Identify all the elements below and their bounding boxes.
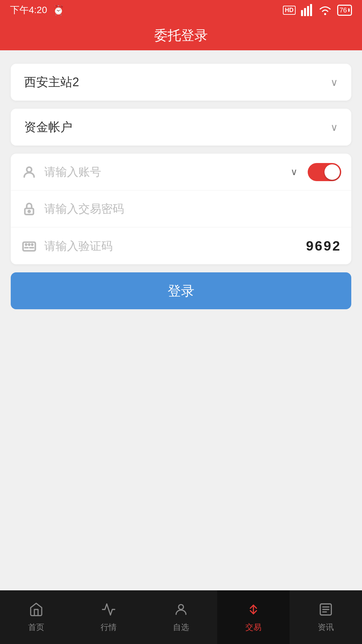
wifi-icon <box>318 4 332 16</box>
captcha-code-display: 9692 <box>306 238 341 254</box>
watchlist-icon <box>174 602 188 619</box>
main-content: 西安主站2 ∨ 资金帐户 ∨ ∨ <box>0 50 362 590</box>
account-dropdown-icon: ∨ <box>291 166 298 177</box>
svg-rect-1 <box>304 8 306 16</box>
battery-icon: 76 <box>337 5 352 16</box>
nav-item-watchlist[interactable]: 自选 <box>145 590 217 644</box>
svg-point-7 <box>28 210 30 212</box>
nav-item-home[interactable]: 首页 <box>0 590 72 644</box>
status-time: 下午4:20 <box>10 4 47 16</box>
nav-label-news: 资讯 <box>318 622 334 633</box>
svg-point-10 <box>28 244 30 246</box>
home-icon <box>29 602 44 619</box>
account-type-dropdown[interactable]: 资金帐户 ∨ <box>11 109 351 146</box>
status-left: 下午4:20 ⏰ <box>10 4 64 16</box>
captcha-icon <box>21 238 38 253</box>
account-icon <box>21 165 38 179</box>
svg-point-4 <box>324 13 326 15</box>
toggle-container <box>308 163 341 181</box>
captcha-input[interactable] <box>44 239 299 253</box>
login-button[interactable]: 登录 <box>11 272 351 309</box>
status-right: HD 76 <box>283 4 352 16</box>
login-button-label: 登录 <box>168 282 194 300</box>
page-title: 委托登录 <box>154 26 208 45</box>
news-icon <box>318 602 333 619</box>
server-dropdown[interactable]: 西安主站2 ∨ <box>11 64 351 101</box>
svg-point-11 <box>32 244 33 246</box>
market-icon <box>101 602 116 619</box>
toggle-knob <box>324 164 340 180</box>
trade-icon <box>246 602 261 619</box>
nav-item-market[interactable]: 行情 <box>72 590 145 644</box>
captcha-row: 9692 <box>11 227 351 264</box>
nav-label-home: 首页 <box>28 622 44 633</box>
hd-badge: HD <box>283 6 296 15</box>
nav-label-watchlist: 自选 <box>173 622 189 633</box>
account-input[interactable] <box>44 165 284 178</box>
status-bar: 下午4:20 ⏰ HD 76 <box>0 0 362 20</box>
nav-item-news[interactable]: 资讯 <box>290 590 362 644</box>
remember-toggle[interactable] <box>308 163 341 181</box>
svg-rect-3 <box>310 4 312 16</box>
account-type-chevron-icon: ∨ <box>330 121 338 133</box>
password-input[interactable] <box>44 202 341 215</box>
battery-level: 76 <box>340 6 347 14</box>
account-row: ∨ <box>11 154 351 191</box>
page-header: 委托登录 <box>0 20 362 50</box>
server-dropdown-label: 西安主站2 <box>24 74 79 91</box>
svg-point-9 <box>25 244 27 246</box>
password-icon <box>21 202 38 216</box>
svg-rect-0 <box>301 10 303 16</box>
account-type-label: 资金帐户 <box>24 119 72 136</box>
bottom-nav: 首页 行情 自选 交易 <box>0 590 362 644</box>
password-row <box>11 191 351 227</box>
server-chevron-icon: ∨ <box>330 76 338 88</box>
svg-point-14 <box>179 604 184 609</box>
alarm-icon: ⏰ <box>53 5 64 16</box>
svg-point-5 <box>27 167 32 172</box>
svg-rect-2 <box>307 6 309 16</box>
login-form-card: ∨ <box>11 154 351 264</box>
nav-label-market: 行情 <box>101 622 117 633</box>
nav-label-trade: 交易 <box>245 622 261 633</box>
nav-item-trade[interactable]: 交易 <box>217 590 290 644</box>
signal-icon <box>301 4 313 16</box>
